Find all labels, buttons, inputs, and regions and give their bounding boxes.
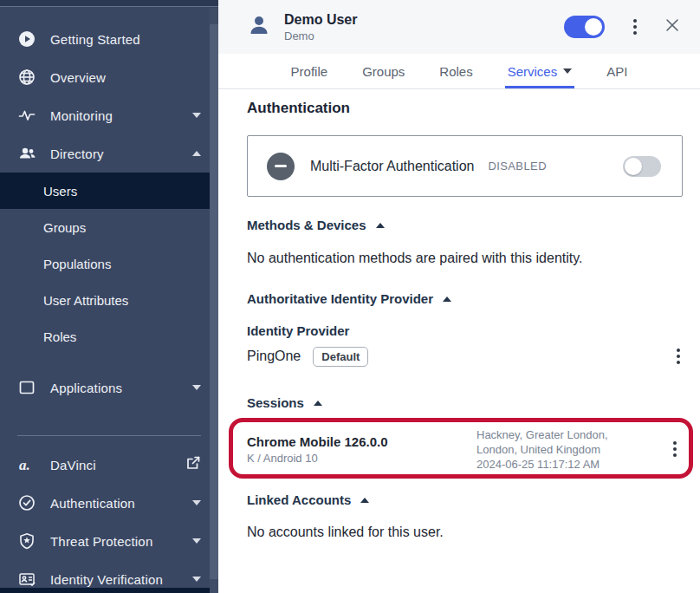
sidebar-scrollbar[interactable] <box>210 8 218 593</box>
section-title: Methods & Devices <box>247 218 366 233</box>
tab-label: Profile <box>291 64 328 79</box>
sidebar-nav: Getting Started Overview Monitoring <box>0 7 218 593</box>
tab-roles[interactable]: Roles <box>439 54 472 88</box>
tab-label: Groups <box>362 64 405 79</box>
chevron-up-icon <box>192 151 201 156</box>
methods-devices-heading[interactable]: Methods & Devices <box>247 218 683 233</box>
user-enabled-toggle[interactable] <box>564 16 605 38</box>
tab-label: Roles <box>439 64 472 79</box>
chevron-down-icon <box>192 538 201 544</box>
sidebar-item-label: Getting Started <box>50 32 140 47</box>
chevron-down-icon <box>192 577 201 582</box>
sidebar-item-monitoring[interactable]: Monitoring <box>0 96 218 134</box>
session-meta: Hackney, Greater London, London, United … <box>476 427 657 472</box>
scrollbar-thumb[interactable] <box>210 24 218 579</box>
user-population: Demo <box>284 29 357 42</box>
page-title: Authentication <box>247 100 683 117</box>
sidebar-item-groups[interactable]: Groups <box>0 209 218 245</box>
session-options-kebab-icon[interactable] <box>671 439 679 459</box>
tab-services[interactable]: Services <box>508 54 573 88</box>
user-detail-tabs: Profile Groups Roles Services API <box>218 54 700 89</box>
session-device: K / Android 10 <box>247 452 388 465</box>
sidebar-item-overview[interactable]: Overview <box>0 58 218 96</box>
identity-provider-row: PingOne Default <box>247 345 683 368</box>
mfa-disabled-minus-icon <box>267 153 295 180</box>
idp-options-kebab-icon[interactable] <box>674 346 683 367</box>
mfa-status-badge: DISABLED <box>488 160 547 173</box>
user-panel-header: Demo User Demo <box>218 0 700 54</box>
sidebar-item-authentication[interactable]: Authentication <box>0 484 218 522</box>
sidebar-subitem-label: Roles <box>43 329 76 344</box>
services-tab-content: Authentication Multi-Factor Authenticati… <box>218 89 700 593</box>
sidebar-item-label: Authentication <box>50 496 135 511</box>
collapse-caret-icon <box>314 401 322 406</box>
sidebar-item-label: Overview <box>50 70 106 85</box>
chevron-down-icon <box>192 113 201 118</box>
section-title: Sessions <box>247 395 304 411</box>
collapse-caret-icon <box>376 223 385 228</box>
collapse-caret-icon <box>443 296 451 302</box>
close-icon[interactable] <box>665 18 679 36</box>
session-row[interactable]: Chrome Mobile 126.0.0 K / Android 10 Hac… <box>247 424 683 474</box>
globe-icon <box>17 68 36 87</box>
sidebar-item-users[interactable]: Users <box>0 173 218 209</box>
sidebar-item-populations[interactable]: Populations <box>0 245 218 282</box>
sidebar-item-davinci[interactable]: a. DaVinci <box>0 446 218 484</box>
sessions-heading[interactable]: Sessions <box>247 395 683 411</box>
sidebar-item-label: Directory <box>50 147 104 161</box>
header-actions <box>564 16 679 38</box>
sidebar-item-getting-started[interactable]: Getting Started <box>0 20 218 58</box>
authoritative-idp-heading[interactable]: Authoritative Identity Provider <box>247 291 683 307</box>
mfa-toggle[interactable] <box>623 156 661 177</box>
toggle-knob <box>585 18 602 36</box>
sidebar-item-label: Identity Verification <box>50 572 163 587</box>
user-options-kebab-icon[interactable] <box>631 16 639 37</box>
sidebar-item-label: DaVinci <box>50 458 96 472</box>
sidebar-subitem-label: Groups <box>43 220 86 235</box>
tab-groups[interactable]: Groups <box>362 54 405 88</box>
sidebar: Getting Started Overview Monitoring <box>0 0 218 593</box>
linked-accounts-heading[interactable]: Linked Accounts <box>247 492 683 508</box>
shield-star-icon <box>17 531 36 551</box>
sidebar-subitem-label: User Attributes <box>43 293 128 308</box>
default-badge: Default <box>313 347 368 367</box>
session-location-line1: Hackney, Greater London, <box>476 427 657 442</box>
svg-text:a.: a. <box>19 457 30 473</box>
sidebar-item-directory[interactable]: Directory <box>0 134 218 173</box>
sidebar-bottom-strip <box>0 588 218 593</box>
sidebar-item-label: Monitoring <box>50 108 113 123</box>
sidebar-divider <box>17 435 201 436</box>
sidebar-item-roles[interactable]: Roles <box>0 318 218 355</box>
linked-accounts-empty-text: No accounts linked for this user. <box>247 524 683 541</box>
id-card-icon <box>17 570 36 589</box>
sidebar-item-user-attributes[interactable]: User Attributes <box>0 282 218 318</box>
tab-profile[interactable]: Profile <box>291 54 328 88</box>
external-link-icon[interactable] <box>185 455 201 474</box>
sidebar-item-applications[interactable]: Applications <box>0 368 218 407</box>
tab-api[interactable]: API <box>606 54 627 88</box>
tab-label: Services <box>508 64 558 79</box>
pulse-icon <box>17 106 36 125</box>
sidebar-item-label: Applications <box>50 381 122 395</box>
identity-provider-label: Identity Provider <box>247 324 683 338</box>
sidebar-subitem-label: Users <box>43 184 77 199</box>
pingone-admin-console: Getting Started Overview Monitoring <box>0 0 700 593</box>
sidebar-subitem-label: Populations <box>43 257 111 271</box>
idp-provider-name: PingOne <box>247 349 301 364</box>
play-circle-icon <box>17 29 36 49</box>
chevron-down-icon <box>563 68 572 74</box>
davinci-icon: a. <box>17 455 36 474</box>
methods-empty-text: No authentication methods are paired wit… <box>247 250 683 267</box>
sidebar-item-label: Threat Protection <box>50 534 152 549</box>
section-title: Authoritative Identity Provider <box>247 291 433 307</box>
section-title: Linked Accounts <box>247 492 351 508</box>
session-agent: Chrome Mobile 126.0.0 K / Android 10 <box>247 434 388 465</box>
user-avatar-icon <box>246 12 272 42</box>
session-location-line2: London, United Kingdom <box>476 442 657 457</box>
session-timestamp: 2024-06-25 11:17:12 AM <box>476 457 657 472</box>
square-icon <box>17 378 36 397</box>
chevron-down-icon <box>192 500 201 505</box>
mfa-card: Multi-Factor Authentication DISABLED <box>247 135 683 197</box>
user-detail-panel: Demo User Demo Profile Groups Roles Serv… <box>218 0 700 593</box>
sidebar-item-threat-protection[interactable]: Threat Protection <box>0 522 218 560</box>
